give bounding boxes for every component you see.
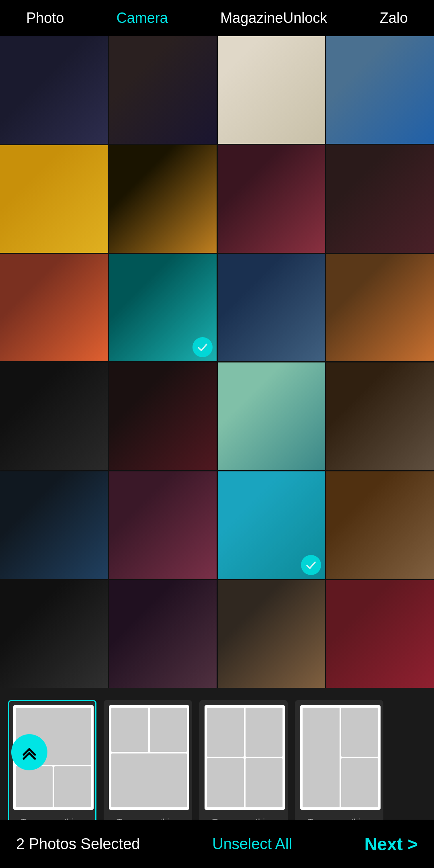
nav-magazine[interactable]: MagazineUnlock: [212, 6, 335, 31]
template-card-2[interactable]: Type something: [104, 700, 192, 831]
photo-cell[interactable]: [109, 580, 217, 688]
photo-cell[interactable]: [109, 362, 217, 470]
photo-cell[interactable]: [218, 471, 326, 579]
photo-cell[interactable]: [326, 362, 434, 470]
nav-zalo[interactable]: Zalo: [372, 6, 416, 31]
photo-cell[interactable]: [0, 580, 108, 688]
photo-cell[interactable]: [109, 145, 217, 253]
top-nav: Photo Camera MagazineUnlock Zalo: [0, 0, 434, 36]
photos-selected-count: 2 Photos Selected: [16, 835, 140, 853]
unselect-all-button[interactable]: Unselect All: [212, 835, 292, 853]
photo-cell[interactable]: [0, 471, 108, 579]
photo-cell[interactable]: [218, 145, 326, 253]
photo-cell[interactable]: [0, 254, 108, 362]
photo-cell[interactable]: [326, 36, 434, 144]
photo-cell[interactable]: [109, 254, 217, 362]
photo-cell[interactable]: [326, 580, 434, 688]
photo-cell[interactable]: [326, 145, 434, 253]
photo-cell[interactable]: [218, 580, 326, 688]
photo-grid-wrapper: [0, 36, 434, 688]
nav-camera[interactable]: Camera: [108, 6, 176, 31]
check-icon: [192, 337, 213, 357]
photo-cell[interactable]: [0, 362, 108, 470]
photo-cell[interactable]: [0, 145, 108, 253]
photo-cell[interactable]: [326, 471, 434, 579]
bottom-bar: 2 Photos Selected Unselect All Next >: [0, 820, 434, 868]
photo-cell[interactable]: [109, 471, 217, 579]
scroll-up-button[interactable]: [11, 734, 47, 770]
template-card-3[interactable]: Type something: [199, 700, 288, 831]
photo-cell[interactable]: [218, 362, 326, 470]
photo-cell[interactable]: [218, 254, 326, 362]
nav-photo[interactable]: Photo: [18, 6, 72, 31]
photo-cell[interactable]: [109, 36, 217, 144]
photo-cell[interactable]: [326, 254, 434, 362]
next-button[interactable]: Next >: [364, 834, 418, 854]
photo-grid: [0, 36, 434, 688]
check-icon: [301, 555, 321, 575]
photo-cell[interactable]: [0, 36, 108, 144]
template-card-4[interactable]: Type something: [295, 700, 383, 831]
template-row: Type something Type something Type somet…: [8, 700, 426, 833]
photo-cell[interactable]: [218, 36, 326, 144]
